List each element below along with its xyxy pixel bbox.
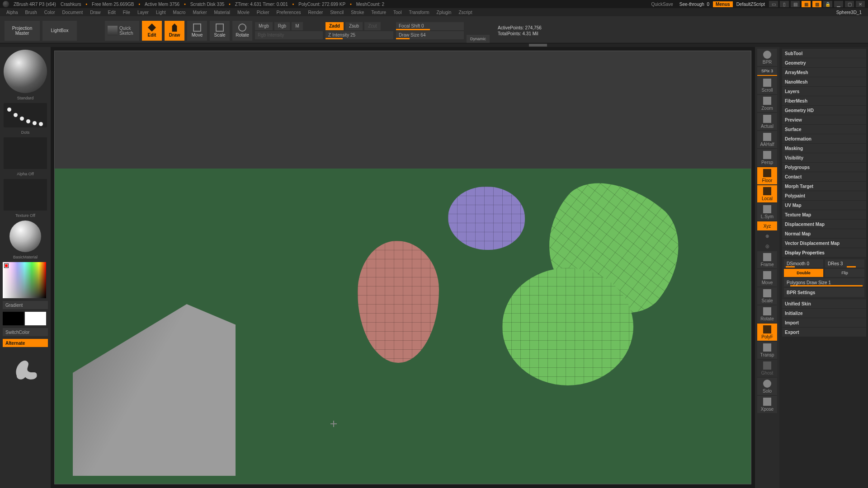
section-contact[interactable]: Contact [782,172,866,181]
double-toggle[interactable]: Double [784,269,823,277]
menu-edit[interactable]: Edit [105,9,118,15]
floor-button[interactable]: Floor [757,167,777,184]
menu-stencil[interactable]: Stencil [327,9,346,15]
zcut-toggle[interactable]: Zcut [364,22,380,30]
layout-c-icon[interactable]: ▤ [790,0,800,8]
menu-draw[interactable]: Draw [87,9,103,15]
layout-b-icon[interactable]: ▯ [779,0,789,8]
rotate-mode-button[interactable]: Rotate [232,21,252,41]
bpr-button[interactable]: BPR [757,49,777,66]
section-texturemap[interactable]: Texture Map [782,210,866,219]
m-toggle[interactable]: M [292,22,302,30]
ghost-button[interactable]: Ghost [757,360,777,377]
frame-button[interactable]: Frame [757,251,777,268]
section-export[interactable]: Export [782,328,866,337]
nav-move-button[interactable]: Move [757,269,777,286]
brush-preview[interactable] [4,50,47,93]
lock-icon[interactable]: 🔒 [823,0,833,8]
section-vdispmap[interactable]: Vector Displacement Map [782,239,866,248]
switchcolor-button[interactable]: SwitchColor [3,328,48,336]
menu-alpha[interactable]: Alpha [4,9,21,15]
section-nanomesh[interactable]: NanoMesh [782,77,866,86]
menu-material[interactable]: Material [212,9,233,15]
close-icon[interactable]: ✕ [855,0,865,8]
lightbox-button[interactable]: LightBox [42,21,77,41]
actual-button[interactable]: Actual [757,113,777,130]
zsub-toggle[interactable]: Zsub [345,22,363,30]
primary-color-swatch[interactable] [25,312,46,325]
viewport[interactable] [54,51,751,484]
menu-preferences[interactable]: Preferences [274,9,304,15]
layout-d-icon[interactable]: ▦ [801,0,811,8]
bpr-settings-section[interactable]: BPR Settings [784,288,864,297]
secondary-color-swatch[interactable] [3,312,24,325]
minimize-icon[interactable]: ▁ [834,0,844,8]
section-morphtarget[interactable]: Morph Target [782,182,866,191]
z-intensity-slider[interactable]: Z Intensity 25 [326,31,393,39]
menu-zscript[interactable]: Zscript [456,9,475,15]
menu-movie[interactable]: Movie [235,9,252,15]
quicksave-button[interactable]: QuickSave [648,1,675,7]
section-polypaint[interactable]: Polypaint [782,191,866,200]
menu-brush[interactable]: Brush [23,9,40,15]
edit-mode-button[interactable]: Edit [142,21,162,41]
projection-master-button[interactable]: Projection Master [5,21,40,41]
section-arraymesh[interactable]: ArrayMesh [782,68,866,77]
lsym-button[interactable]: L.Sym [757,203,777,221]
mrgb-toggle[interactable]: Mrgb [255,22,273,30]
layout-a-icon[interactable]: ▭ [769,0,778,8]
scale-mode-button[interactable]: Scale [210,21,230,41]
spix-slider[interactable]: SPix 3 [757,67,777,76]
menus-toggle[interactable]: Menus [713,1,733,7]
alpha-preview[interactable] [4,137,47,169]
transp-button[interactable]: Transp [757,342,777,359]
section-displayprops[interactable]: Display Properties [782,248,866,257]
default-script[interactable]: DefaultZScript [734,1,768,7]
menu-render[interactable]: Render [306,9,326,15]
zoom-button[interactable]: Zoom [757,95,777,112]
section-uvmap[interactable]: UV Map [782,201,866,210]
seethrough-slider[interactable]: See-through 0 [677,1,712,7]
section-import[interactable]: Import [782,318,866,327]
gradient-toggle[interactable]: Gradient [3,301,48,309]
menu-zplugin[interactable]: Zplugin [434,9,454,15]
polyf-button[interactable]: PolyF [757,324,777,341]
menu-stroke[interactable]: Stroke [348,9,367,15]
menu-picker[interactable]: Picker [254,9,272,15]
draw-size-slider[interactable]: Draw Size 64 [396,31,464,39]
menu-marker[interactable]: Marker [190,9,209,15]
rgb-toggle[interactable]: Rgb [274,22,290,30]
nav-scale-button[interactable]: Scale [757,287,777,305]
texture-preview[interactable] [4,179,47,211]
stroke-preview[interactable] [4,103,47,127]
timeline-strip[interactable] [0,43,868,47]
center-icon[interactable]: ⊕ [757,231,777,240]
menu-macro[interactable]: Macro [170,9,189,15]
section-masking[interactable]: Masking [782,144,866,153]
material-preview[interactable] [9,221,41,252]
nav-rotate-button[interactable]: Rotate [757,305,777,323]
poly-draw-size-slider[interactable]: Polygons Draw Size 1 [784,278,864,286]
alternate-toggle[interactable]: Alternate [3,339,48,347]
rgb-intensity-slider[interactable]: Rgb Intensity [255,31,323,39]
menu-transform[interactable]: Transform [406,9,432,15]
section-unifiedskin[interactable]: Unified Skin [782,299,866,308]
dynamic-toggle[interactable]: Dynamic [467,35,490,43]
section-surface[interactable]: Surface [782,125,866,134]
section-layers[interactable]: Layers [782,87,866,96]
flip-toggle[interactable]: Flip [825,269,864,277]
dres-slider[interactable]: DRes 3 [825,259,864,267]
target-icon[interactable]: ◎ [757,241,777,250]
section-fibermesh[interactable]: FiberMesh [782,96,866,105]
section-normalmap[interactable]: Normal Map [782,229,866,238]
menu-file[interactable]: File [120,9,133,15]
zadd-toggle[interactable]: Zadd [326,22,344,30]
color-picker[interactable] [3,262,46,298]
section-initialize[interactable]: Initialize [782,309,866,318]
solo-button[interactable]: Solo [757,378,777,395]
menu-texture[interactable]: Texture [368,9,389,15]
section-preview[interactable]: Preview [782,115,866,124]
xpose-button[interactable]: Xpose [757,396,777,413]
quicksketch-button[interactable]: Quick Sketch [105,21,139,41]
section-dispmap[interactable]: Displacement Map [782,220,866,229]
